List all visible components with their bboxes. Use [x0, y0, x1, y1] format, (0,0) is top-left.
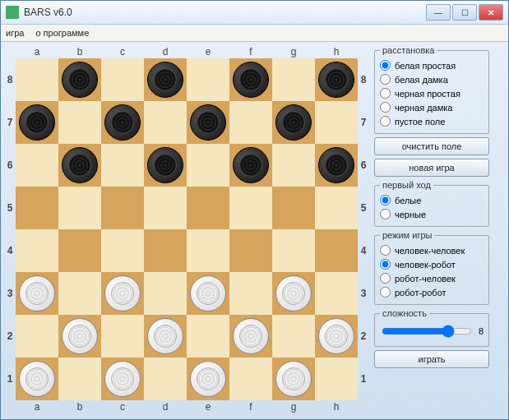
white-piece[interactable]: [19, 361, 55, 397]
square-c1[interactable]: [101, 358, 144, 400]
mode-radio[interactable]: [380, 245, 391, 256]
black-piece[interactable]: [233, 147, 269, 183]
mode-radio[interactable]: [380, 259, 391, 270]
square-g8[interactable]: [272, 58, 315, 101]
setup-radio[interactable]: [380, 116, 391, 127]
black-piece[interactable]: [318, 62, 354, 98]
square-f8[interactable]: [229, 58, 272, 101]
difficulty-slider[interactable]: [382, 325, 472, 338]
square-b4[interactable]: [58, 229, 101, 272]
square-e7[interactable]: [187, 101, 229, 144]
square-e2[interactable]: [187, 315, 229, 358]
square-c8[interactable]: [101, 58, 144, 101]
square-f4[interactable]: [229, 229, 272, 272]
square-b7[interactable]: [58, 101, 101, 144]
square-c3[interactable]: [101, 272, 144, 315]
square-d2[interactable]: [144, 315, 187, 358]
setup-radio[interactable]: [380, 88, 391, 99]
square-c4[interactable]: [101, 229, 144, 272]
square-a7[interactable]: [16, 101, 58, 144]
square-a4[interactable]: [16, 229, 58, 272]
setup-option[interactable]: черная дамка: [380, 100, 484, 114]
white-piece[interactable]: [19, 275, 55, 312]
mode-radio[interactable]: [380, 287, 391, 298]
square-h6[interactable]: [315, 144, 358, 187]
square-f1[interactable]: [229, 358, 272, 400]
square-d8[interactable]: [144, 58, 187, 101]
white-piece[interactable]: [275, 275, 312, 312]
setup-radio[interactable]: [380, 60, 391, 71]
setup-option[interactable]: черная простая: [380, 86, 484, 100]
white-piece[interactable]: [104, 361, 141, 397]
mode-radio[interactable]: [380, 273, 391, 284]
square-a3[interactable]: [16, 272, 58, 315]
white-piece[interactable]: [190, 361, 226, 397]
mode-option[interactable]: человек-человек: [380, 243, 484, 257]
square-b6[interactable]: [58, 144, 101, 187]
close-button[interactable]: ✕: [479, 4, 503, 21]
square-b5[interactable]: [58, 187, 101, 229]
square-e8[interactable]: [187, 58, 229, 101]
square-f3[interactable]: [229, 272, 272, 315]
black-piece[interactable]: [233, 62, 269, 98]
white-piece[interactable]: [62, 318, 98, 354]
square-e1[interactable]: [187, 358, 229, 400]
square-c6[interactable]: [101, 144, 144, 187]
square-b8[interactable]: [58, 58, 101, 101]
square-h8[interactable]: [315, 58, 358, 101]
square-b3[interactable]: [58, 272, 101, 315]
play-button[interactable]: играть: [374, 350, 489, 368]
square-d6[interactable]: [144, 144, 187, 187]
square-a1[interactable]: [16, 358, 58, 400]
square-g5[interactable]: [272, 187, 315, 229]
maximize-button[interactable]: ☐: [452, 4, 477, 21]
square-d1[interactable]: [144, 358, 187, 400]
firstmove-radio[interactable]: [380, 195, 391, 205]
setup-radio[interactable]: [380, 74, 391, 85]
black-piece[interactable]: [62, 147, 98, 183]
mode-option[interactable]: робот-человек: [380, 271, 484, 285]
firstmove-radio[interactable]: [380, 209, 391, 219]
square-d5[interactable]: [144, 187, 187, 229]
square-c7[interactable]: [101, 101, 144, 144]
white-piece[interactable]: [104, 275, 141, 312]
square-f2[interactable]: [229, 315, 272, 358]
square-g3[interactable]: [272, 272, 315, 315]
white-piece[interactable]: [147, 318, 183, 354]
menu-about[interactable]: о программе: [35, 28, 89, 38]
mode-option[interactable]: человек-робот: [380, 257, 484, 271]
setup-option[interactable]: белая дамка: [380, 72, 484, 86]
square-b1[interactable]: [58, 358, 101, 400]
black-piece[interactable]: [318, 147, 354, 183]
minimize-button[interactable]: —: [426, 4, 451, 21]
setup-radio[interactable]: [380, 102, 391, 113]
square-c2[interactable]: [101, 315, 144, 358]
black-piece[interactable]: [275, 104, 312, 141]
square-e6[interactable]: [187, 144, 229, 187]
square-h4[interactable]: [315, 229, 358, 272]
square-f5[interactable]: [229, 187, 272, 229]
square-h3[interactable]: [315, 272, 358, 315]
mode-option[interactable]: робот-робот: [380, 285, 484, 299]
square-d4[interactable]: [144, 229, 187, 272]
square-b2[interactable]: [58, 315, 101, 358]
square-g6[interactable]: [272, 144, 315, 187]
black-piece[interactable]: [104, 104, 141, 141]
setup-option[interactable]: пустое поле: [380, 114, 484, 128]
black-piece[interactable]: [19, 104, 55, 141]
white-piece[interactable]: [318, 318, 354, 354]
square-c5[interactable]: [101, 187, 144, 229]
white-piece[interactable]: [275, 361, 312, 397]
square-g4[interactable]: [272, 229, 315, 272]
setup-option[interactable]: белая простая: [380, 58, 484, 72]
square-g1[interactable]: [272, 358, 315, 400]
firstmove-option[interactable]: белые: [380, 193, 484, 207]
white-piece[interactable]: [190, 275, 226, 312]
square-f7[interactable]: [229, 101, 272, 144]
menu-game[interactable]: игра: [6, 28, 24, 38]
square-h1[interactable]: [315, 358, 358, 400]
square-g2[interactable]: [272, 315, 315, 358]
checkers-board[interactable]: abcdefgh8877665544332211abcdefgh: [4, 45, 369, 413]
square-d7[interactable]: [144, 101, 187, 144]
square-a8[interactable]: [16, 58, 58, 101]
